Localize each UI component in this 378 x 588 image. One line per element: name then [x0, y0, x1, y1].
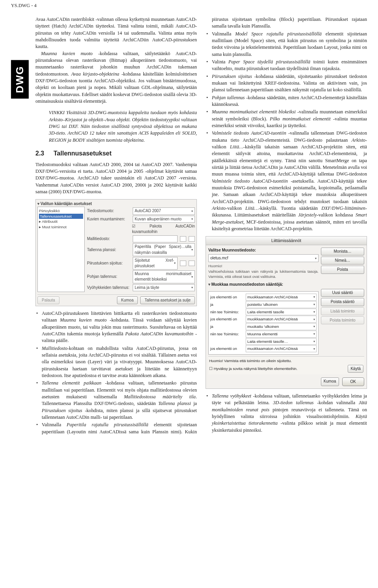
- cancel-button[interactable]: Kumoa: [117, 296, 138, 304]
- side-tab-label: DWG: [11, 60, 29, 99]
- list-item: Valinta Paper Space täydellä piirustussi…: [206, 59, 367, 72]
- side-tab-container: DWG: [11, 16, 29, 436]
- dialog-button[interactable]: Nimeä…: [321, 257, 364, 264]
- list-item: Tallenna vyöhykkeet -kohdassa valitaan, …: [206, 393, 367, 434]
- dialog-button[interactable]: Poista sääntö: [321, 298, 364, 306]
- paragraph: Muunna kuvien muoto -kohdassa valitaan, …: [35, 50, 197, 105]
- section-heading: 2.3Tallennusasetukset: [35, 149, 197, 158]
- paragraph: Tiedostomuodoksi valitaan AutoCAD 2000, …: [35, 161, 197, 196]
- cancel-button[interactable]: Kumoa: [321, 377, 339, 386]
- list-item: Pohjan tallennus -kohdassa säädetään, mi…: [206, 94, 367, 108]
- restore-button[interactable]: Palauta: [37, 296, 59, 304]
- list-item: Muunna monimutkaiset elementit blokeiksi…: [206, 109, 367, 129]
- dialog-button[interactable]: Lisää toiminto: [321, 307, 364, 315]
- list-item: Piirustuksen sijoitus -kohdassa säädetää…: [206, 73, 367, 94]
- dialog-button[interactable]: Monista…: [321, 248, 364, 255]
- dialog-button[interactable]: Poista toiminto: [321, 316, 364, 324]
- dialog-button[interactable]: Uusi sääntö: [321, 289, 364, 297]
- list-item: Mallitiedosto-kohtaan on mahdollista val…: [35, 345, 197, 379]
- ok-button[interactable]: OK: [342, 377, 364, 386]
- paragraph: Avaa AutoCADin rasteriblokit -valinnan o…: [35, 16, 197, 50]
- tip-block: VINKKI Yksittäisiä 3D-DWG-muotoisia kapp…: [49, 109, 197, 144]
- dialog-button[interactable]: Poista: [321, 266, 364, 274]
- bullet-list: Tallenna vyöhykkeet -kohdassa valitaan, …: [206, 393, 367, 434]
- settings-dialog-figure: Valitun kääntäjän asetukset Piirtoyksikk…: [35, 199, 197, 306]
- fig2-title: Liittämissäännöt: [206, 236, 367, 245]
- merge-rules-figure: Liittämissäännöt Valitse Muunnostiedosto…: [206, 236, 367, 389]
- page-header: YS.DWG - 4: [11, 2, 367, 9]
- opt-icon[interactable]: [189, 261, 195, 266]
- list-item: AutoCAD-piirustukseen liitettävien bitti…: [35, 310, 197, 344]
- list-item: Valinnalla Model Space rajatulla piirust…: [206, 31, 367, 58]
- opt-icon[interactable]: [180, 261, 186, 266]
- body-columns: Avaa AutoCADin rasteriblokit -valinnan o…: [35, 16, 367, 436]
- clear-icon[interactable]: [189, 236, 195, 242]
- apply-button[interactable]: Käytä: [348, 365, 363, 373]
- save-close-button[interactable]: Tallenna asetukset ja sulje: [140, 296, 195, 304]
- list-item: Tallenna elementit paikkaan -kohdassa va…: [35, 380, 197, 421]
- browse-icon[interactable]: [180, 236, 186, 242]
- fig1-tree: Piirtoyksikkö Tallennusasetukset ▸ Attri…: [37, 207, 85, 292]
- fig1-header: Valitun kääntäjän asetukset: [37, 201, 195, 207]
- list-item: Valmistele tiedosto AutoCAD-tuontiin -va…: [206, 130, 367, 232]
